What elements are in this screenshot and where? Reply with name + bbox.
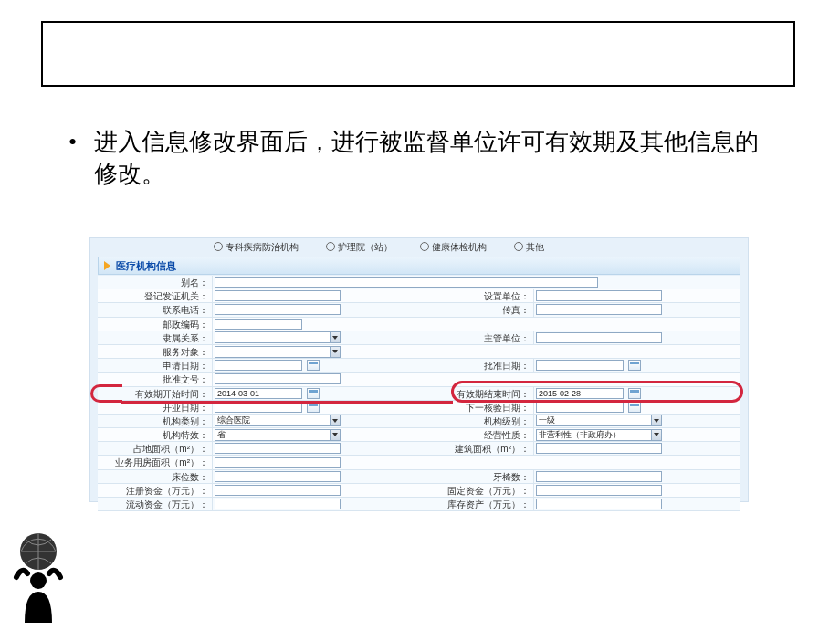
form-row: 机构类别：综合医院机构级别：一级 — [98, 415, 740, 428]
section-title: 医疗机构信息 — [116, 259, 176, 273]
field-label: 主管单位： — [419, 331, 534, 344]
field-input-wrap — [213, 484, 419, 497]
field-input-wrap — [534, 484, 740, 497]
form-row: 登记发证机关：设置单位： — [98, 289, 740, 303]
select-input[interactable]: 一级 — [536, 415, 662, 426]
field-input-wrap: 非营利性（非政府办） — [534, 428, 740, 441]
text-input[interactable] — [536, 485, 662, 496]
field-label: 有效期结束时间： — [419, 387, 534, 400]
date-input[interactable]: 2015-02-28 — [536, 388, 624, 399]
text-input[interactable] — [215, 373, 341, 384]
chevron-down-icon — [330, 430, 340, 440]
chevron-down-icon — [330, 415, 340, 425]
radio-option[interactable]: 其他 — [514, 241, 544, 254]
text-input[interactable] — [536, 290, 662, 301]
slide: • 进入信息修改界面后，进行被监督单位许可有效期及其他信息的修改。 专科疾病防治… — [0, 0, 840, 630]
field-input-wrap — [213, 289, 419, 302]
select-input[interactable]: 非营利性（非政府办） — [536, 429, 662, 441]
form-row: 有效期开始时间：2014-03-01有效期结束时间：2015-02-28 — [98, 387, 740, 401]
text-input[interactable] — [215, 471, 341, 482]
field-input-wrap — [534, 401, 740, 414]
text-input[interactable] — [536, 332, 662, 343]
form-row: 申请日期：批准日期： — [98, 359, 740, 373]
field-input-wrap: 2015-02-28 — [534, 387, 740, 400]
field-input-wrap — [213, 303, 419, 316]
form-row: 服务对象： — [98, 345, 740, 359]
field-label: 占地面积（m²）： — [98, 442, 213, 455]
bullet-dot: • — [68, 126, 94, 190]
chevron-down-icon — [651, 430, 661, 440]
field-input-wrap — [213, 359, 419, 372]
date-input[interactable] — [536, 402, 624, 413]
form-row: 流动资金（万元）：库存资产（万元）： — [98, 498, 740, 511]
field-input-wrap — [534, 359, 740, 372]
select-input[interactable] — [215, 346, 341, 358]
text-input[interactable] — [215, 319, 302, 330]
field-input-wrap — [534, 331, 740, 344]
radio-option[interactable]: 护理院（站） — [326, 241, 393, 254]
text-input[interactable] — [536, 471, 662, 482]
radio-group: 专科疾病防治机构护理院（站）健康体检机构其他 — [214, 241, 544, 254]
field-label: 邮政编码： — [98, 318, 213, 331]
form-row: 床位数：牙椅数： — [98, 470, 740, 484]
text-input[interactable] — [215, 290, 341, 301]
field-input-wrap — [213, 442, 419, 455]
form-screenshot: 专科疾病防治机构护理院（站）健康体检机构其他 医疗机构信息 别名：登记发证机关：… — [89, 237, 749, 502]
field-label: 批准日期： — [419, 359, 534, 372]
calendar-icon[interactable] — [628, 388, 641, 399]
field-label: 流动资金（万元）： — [98, 498, 213, 510]
field-input-wrap — [213, 498, 419, 510]
text-input[interactable] — [215, 485, 341, 496]
section-header: 医疗机构信息 — [98, 257, 740, 275]
form-row: 邮政编码： — [98, 318, 740, 331]
text-input[interactable] — [215, 499, 341, 509]
field-label: 传真： — [419, 303, 534, 316]
select-input[interactable] — [215, 331, 341, 343]
form-row: 联系电话：传真： — [98, 303, 740, 317]
calendar-icon[interactable] — [307, 360, 320, 371]
field-input-wrap — [213, 331, 419, 344]
field-input-wrap — [213, 345, 740, 358]
form-row: 业务用房面积（m²）： — [98, 456, 740, 469]
calendar-icon[interactable] — [307, 388, 320, 399]
radio-option[interactable]: 专科疾病防治机构 — [214, 241, 299, 254]
field-label: 注册资金（万元）： — [98, 484, 213, 497]
date-input[interactable] — [215, 360, 302, 371]
field-input-wrap: 一级 — [534, 415, 740, 427]
field-label: 申请日期： — [98, 359, 213, 372]
field-label: 机构级别： — [419, 415, 534, 427]
form-area: 别名：登记发证机关：设置单位：联系电话：传真：邮政编码：隶属关系：主管单位：服务… — [98, 276, 740, 501]
calendar-icon[interactable] — [628, 360, 641, 371]
field-label: 隶属关系： — [98, 331, 213, 344]
field-label: 有效期开始时间： — [98, 387, 213, 400]
text-input[interactable] — [215, 304, 341, 315]
field-label: 联系电话： — [98, 303, 213, 316]
radio-option[interactable]: 健康体检机构 — [420, 241, 487, 254]
calendar-icon[interactable] — [628, 402, 641, 413]
field-input-wrap — [213, 456, 740, 468]
text-input[interactable] — [215, 277, 598, 288]
bullet-text: • 进入信息修改界面后，进行被监督单位许可有效期及其他信息的修改。 — [68, 126, 776, 190]
field-label: 业务用房面积（m²）： — [98, 456, 213, 468]
chevron-down-icon — [330, 347, 340, 357]
field-input-wrap — [534, 289, 740, 302]
text-input[interactable] — [536, 443, 662, 454]
field-input-wrap — [213, 318, 740, 331]
field-label: 经营性质： — [419, 428, 534, 441]
field-label: 机构特效： — [98, 428, 213, 441]
field-label: 床位数： — [98, 470, 213, 483]
person-globe-icon — [5, 524, 71, 625]
select-input[interactable]: 省 — [215, 429, 341, 441]
field-label: 批准文号： — [98, 373, 213, 385]
text-input[interactable] — [536, 304, 662, 315]
date-input[interactable]: 2014-03-01 — [215, 388, 302, 399]
expand-triangle-icon — [104, 261, 110, 270]
field-label: 登记发证机关： — [98, 289, 213, 302]
select-input[interactable]: 综合医院 — [215, 415, 341, 426]
text-input[interactable] — [215, 457, 341, 468]
text-input[interactable] — [215, 443, 341, 454]
highlight-annotation-line — [121, 401, 453, 404]
text-input[interactable] — [536, 499, 662, 509]
date-input[interactable] — [536, 360, 624, 371]
field-label: 牙椅数： — [419, 470, 534, 483]
